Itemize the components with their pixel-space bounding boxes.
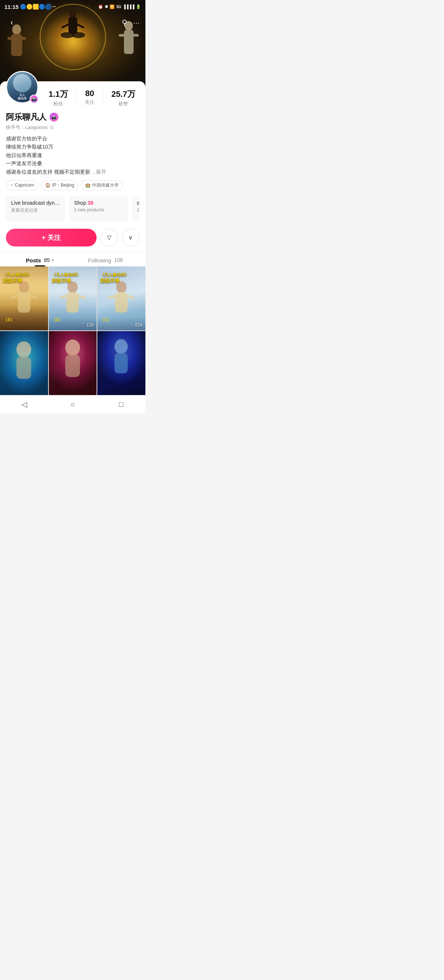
tag-university: 🏫 中国传媒大学 xyxy=(81,180,123,190)
copy-icon[interactable]: ⧉ xyxy=(50,124,53,130)
following-count: 80 xyxy=(85,89,94,98)
home-nav-button[interactable]: ○ xyxy=(65,396,81,412)
action-card-live-sub: 查看历史记录 xyxy=(11,207,60,213)
tag-capricorn-label: Capricorn xyxy=(15,183,34,188)
action-card-chat-sub: 1 group xyxy=(137,207,139,213)
video-2-likes: ♡ 128 xyxy=(81,323,94,328)
likes-stat[interactable]: 25.7万 获赞 xyxy=(111,89,136,107)
status-left: 11:15 🔵🟡🟨🔵🌀··· xyxy=(5,4,56,10)
tag-ip: 🏠 IP：Beijing xyxy=(41,180,78,190)
video-cell-4[interactable] xyxy=(0,331,48,395)
tab-following-label: Following xyxy=(88,257,111,264)
status-right: ⏰ ✱ 🛜 5G ▐▐▐▐ 🔋 xyxy=(98,5,141,9)
tab-posts[interactable]: Posts 85 ▾ xyxy=(7,253,73,266)
bluetooth-icon: ✱ xyxy=(105,5,108,9)
bottom-nav: ◁ ○ □ xyxy=(0,395,145,414)
shop-badge: 38 xyxy=(88,200,94,206)
home-circle-icon: ○ xyxy=(70,400,75,409)
more-options-icon[interactable]: ··· xyxy=(133,19,139,27)
status-app-icons: 🔵🟡🟨🔵🌀··· xyxy=(20,4,56,10)
svg-rect-5 xyxy=(124,30,134,54)
profile-card: 凡人修仙传 📷 1.1万 粉丝 80 关注 25.7万 获赞 xyxy=(0,81,145,252)
svg-rect-34 xyxy=(115,353,128,373)
school-icon: 🏫 xyxy=(85,183,91,188)
status-time: 11:15 xyxy=(5,4,19,10)
tab-posts-label: Posts xyxy=(26,257,41,264)
verified-icon: 📷 xyxy=(51,115,57,120)
bio-line3: 他日仙界再重逢 xyxy=(6,152,42,158)
followers-count: 1.1万 xyxy=(48,89,68,100)
svg-point-30 xyxy=(65,340,80,356)
tags-row: ♂ Capricorn 🏠 IP：Beijing 🏫 中国传媒大学 xyxy=(6,180,139,190)
action-card-live[interactable]: Live broadcast dyn… 查看历史记录 xyxy=(6,196,65,221)
bio-line5: 感谢各位道友的支持 视频不定期更新 xyxy=(6,169,90,175)
camera-icon: 📷 xyxy=(32,97,37,102)
action-card-shop-title: Shop 38 xyxy=(74,200,123,206)
shop-label: Shop xyxy=(74,200,88,206)
video-cell-5[interactable] xyxy=(49,331,97,395)
verified-badge: 📷 xyxy=(30,95,38,103)
recent-square-icon: □ xyxy=(119,400,123,409)
followers-stat[interactable]: 1.1万 粉丝 xyxy=(48,89,68,107)
video-3-like-count: 814 xyxy=(135,323,142,328)
tag-ip-label: IP：Beijing xyxy=(52,182,74,188)
following-stat[interactable]: 80 关注 xyxy=(85,89,94,107)
video-cell-1[interactable]: 《凡人修仙传》 剧版开播 （3） xyxy=(0,266,48,330)
recent-nav-button[interactable]: □ xyxy=(113,396,129,412)
signal-5g-icon: 5G xyxy=(116,5,121,9)
status-bar: 11:15 🔵🟡🟨🔵🌀··· ⏰ ✱ 🛜 5G ▐▐▐▐ 🔋 xyxy=(0,0,145,13)
video-cell-6[interactable] xyxy=(97,331,145,395)
svg-rect-6 xyxy=(119,34,125,37)
buttons-row: + 关注 ▽ ∨ xyxy=(6,229,139,252)
gender-icon: ♂ xyxy=(10,183,13,188)
tab-posts-dropdown: ▾ xyxy=(52,258,54,263)
likes-count: 25.7万 xyxy=(111,89,136,100)
tag-capricorn: ♂ Capricorn xyxy=(6,180,38,190)
svg-rect-2 xyxy=(7,37,15,40)
tab-posts-count: 85 xyxy=(44,257,50,263)
action-card-shop[interactable]: Shop 38 2 new products xyxy=(69,196,128,221)
action-card-live-title: Live broadcast dyn… xyxy=(11,200,60,206)
bio-line4: 一声道友尽沧桑 xyxy=(6,161,42,166)
alarm-icon: ⏰ xyxy=(98,5,103,9)
heart-icon: ♡ xyxy=(81,323,85,328)
expand-bio-button[interactable]: ...展开 xyxy=(92,169,107,175)
nav-bar: ‹ ⚲ ··· xyxy=(0,13,145,32)
svg-rect-28 xyxy=(16,356,31,379)
share-button[interactable]: ▽ xyxy=(100,229,118,247)
heart-icon-3: ♡ xyxy=(129,323,134,328)
nav-right-icons: ⚲ ··· xyxy=(122,18,139,27)
user-id-row: 快手号：Laoguiooo ⧉ xyxy=(6,124,139,131)
verified-badge-purple: 📷 xyxy=(50,113,59,122)
stat-divider-1 xyxy=(76,91,77,105)
video-grid: 《凡人修仙传》 剧版开播 （3） 《凡人修仙传》 剧版开播 （2） xyxy=(0,266,145,395)
stats-row: 1.1万 粉丝 80 关注 25.7万 获赞 xyxy=(45,86,139,107)
video-cell-3[interactable]: 《凡人修仙传》 剧版开播 （1） ♡ 814 xyxy=(97,266,145,330)
battery-icon: 🔋 xyxy=(136,5,141,9)
svg-rect-31 xyxy=(65,355,80,377)
tab-posts-label-row: Posts 85 ▾ xyxy=(26,257,54,264)
svg-point-27 xyxy=(16,342,31,358)
back-button[interactable]: ‹ xyxy=(6,17,18,29)
action-card-chat[interactable]: chat g… 1 group xyxy=(132,196,139,221)
video-cell-2[interactable]: 《凡人修仙传》 剧版开播 （2） ♡ 128 xyxy=(49,266,97,330)
wifi-icon: 🛜 xyxy=(110,5,115,9)
back-nav-button[interactable]: ◁ xyxy=(16,396,33,412)
bio-text: 感谢官方给的平台 继续努力争取破10万 他日仙界再重逢 一声道友尽沧桑 感谢各位… xyxy=(6,135,139,176)
user-name-row: 阿乐聊凡人 📷 xyxy=(6,111,139,123)
user-name: 阿乐聊凡人 xyxy=(6,111,46,123)
action-card-chat-title: chat g… xyxy=(137,200,139,206)
follow-button[interactable]: + 关注 xyxy=(6,229,97,247)
bio-line1: 感谢官方给的平台 xyxy=(6,135,47,142)
tabs-section: Posts 85 ▾ Following 108 xyxy=(0,252,145,266)
profile-top: 凡人修仙传 📷 1.1万 粉丝 80 关注 25.7万 获赞 xyxy=(6,81,139,107)
tab-following-count: 108 xyxy=(114,257,123,263)
video-3-likes: ♡ 814 xyxy=(129,323,142,328)
search-icon[interactable]: ⚲ xyxy=(122,18,127,27)
tab-following[interactable]: Following 108 xyxy=(73,253,138,266)
tabs-row: Posts 85 ▾ Following 108 xyxy=(0,253,145,266)
chevron-down-icon: ∨ xyxy=(128,234,133,241)
more-button[interactable]: ∨ xyxy=(122,229,139,247)
stat-divider-2 xyxy=(103,91,103,105)
svg-rect-3 xyxy=(19,37,26,40)
